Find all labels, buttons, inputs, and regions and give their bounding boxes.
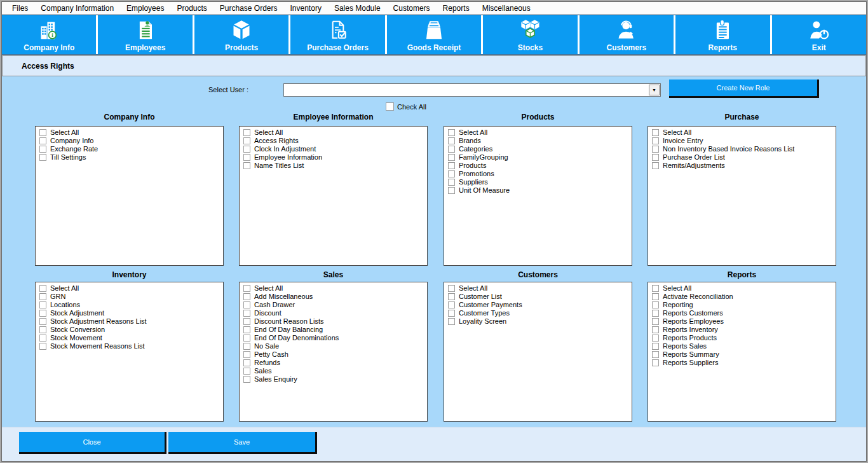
checkbox[interactable]: [652, 351, 659, 358]
checkbox-item-products[interactable]: Products: [444, 162, 632, 170]
checkbox[interactable]: [448, 162, 455, 169]
select-user-combobox[interactable]: ▼: [283, 83, 661, 97]
toolbar-button-products[interactable]: Products: [194, 15, 288, 54]
checkbox-item-loyality-screen[interactable]: Loyality Screen: [444, 317, 632, 326]
checkbox[interactable]: [39, 343, 46, 350]
checkbox[interactable]: [652, 146, 659, 153]
checkbox[interactable]: [39, 335, 46, 342]
checkbox-item-add-miscellaneous[interactable]: Add Miscellaneous: [240, 293, 427, 301]
checkbox[interactable]: [243, 162, 250, 169]
checkbox[interactable]: [448, 137, 455, 144]
checkbox-item-remits-adjustments[interactable]: Remits/Adjustments: [648, 162, 836, 170]
checkbox-item-select-all[interactable]: Select All: [36, 128, 223, 137]
checkbox-item-select-all[interactable]: Select All: [444, 128, 632, 137]
checkbox[interactable]: [39, 293, 46, 300]
checkbox-item-stock-movement-reasons-list[interactable]: Stock Movement Reasons List: [36, 342, 223, 350]
checkbox[interactable]: [243, 285, 250, 292]
checkbox[interactable]: [39, 326, 46, 333]
checkbox-item-discount-reason-lists[interactable]: Discount Reason Lists: [240, 317, 427, 326]
checkbox-item-reports-employees[interactable]: Reports Employees: [648, 317, 836, 326]
checkbox[interactable]: [243, 318, 250, 325]
checkbox-item-reports-products[interactable]: Reports Products: [648, 334, 836, 342]
menu-item-miscellaneous[interactable]: Miscellaneous: [476, 3, 537, 14]
checkbox[interactable]: [243, 293, 250, 300]
checkbox-item-non-inventory-based-invoice-reasons-list[interactable]: Non Inventory Based Invoice Reasons List: [648, 145, 836, 153]
checkbox-item-name-titles-list[interactable]: Name Titles List: [240, 162, 427, 170]
checkbox[interactable]: [243, 376, 250, 383]
checkbox[interactable]: [243, 137, 250, 144]
checkbox-item-invoice-entry[interactable]: Invoice Entry: [648, 137, 836, 145]
checkbox-item-customer-types[interactable]: Customer Types: [444, 309, 632, 317]
checkbox-item-till-settings[interactable]: Till Settings: [36, 153, 223, 162]
checkbox-item-stock-adjustment-reasons-list[interactable]: Stock Adjustment Reasons List: [36, 317, 223, 326]
checkbox[interactable]: [448, 179, 455, 186]
menu-item-inventory[interactable]: Inventory: [284, 3, 328, 14]
checkbox-item-reports-sales[interactable]: Reports Sales: [648, 342, 836, 350]
menu-item-sales-module[interactable]: Sales Module: [328, 3, 387, 14]
checkbox[interactable]: [39, 129, 46, 136]
checkbox[interactable]: [652, 285, 659, 292]
checkbox-item-familygrouping[interactable]: FamilyGrouping: [444, 153, 632, 162]
checkbox-item-reports-suppliers[interactable]: Reports Suppliers: [648, 359, 836, 367]
checkbox-item-categories[interactable]: Categories: [444, 145, 632, 153]
checkbox[interactable]: [448, 310, 455, 317]
menu-item-products[interactable]: Products: [170, 3, 213, 14]
checkbox[interactable]: [243, 359, 250, 366]
checkbox[interactable]: [243, 129, 250, 136]
checkbox-item-reporting[interactable]: Reporting: [648, 301, 836, 309]
checkbox[interactable]: [448, 293, 455, 300]
checkbox[interactable]: [652, 301, 659, 308]
checkbox[interactable]: [243, 146, 250, 153]
toolbar-button-employees[interactable]: Employees: [98, 15, 192, 54]
checkbox[interactable]: [39, 154, 46, 161]
checkbox-item-end-of-day-balancing[interactable]: End Of Day Balancing: [240, 326, 427, 334]
checkbox[interactable]: [652, 310, 659, 317]
checkbox-item-brands[interactable]: Brands: [444, 137, 632, 145]
checkbox[interactable]: [39, 310, 46, 317]
toolbar-button-stocks[interactable]: Stocks: [483, 15, 577, 54]
checkbox-item-select-all[interactable]: Select All: [648, 128, 836, 137]
checkbox-item-employee-information[interactable]: Employee Information: [240, 153, 427, 162]
checkbox-item-customer-list[interactable]: Customer List: [444, 293, 632, 301]
checkbox[interactable]: [652, 318, 659, 325]
checkbox-item-stock-conversion[interactable]: Stock Conversion: [36, 326, 223, 334]
checkbox[interactable]: [652, 359, 659, 366]
create-new-role-button[interactable]: Create New Role: [669, 79, 819, 98]
checkbox-item-activate-reconciliation[interactable]: Activate Reconciliation: [648, 293, 836, 301]
checkbox-item-sales[interactable]: Sales: [240, 367, 427, 375]
close-button[interactable]: Close: [19, 432, 166, 454]
checkbox-item-suppliers[interactable]: Suppliers: [444, 178, 632, 186]
checkbox[interactable]: [243, 335, 250, 342]
checkbox[interactable]: [448, 146, 455, 153]
toolbar-button-exit[interactable]: Exit: [772, 15, 866, 54]
checkbox[interactable]: [243, 301, 250, 308]
checkbox-item-stock-movement[interactable]: Stock Movement: [36, 334, 223, 342]
checkbox[interactable]: [39, 318, 46, 325]
checkbox-item-sales-enquiry[interactable]: Sales Enquiry: [240, 375, 427, 384]
toolbar-button-customers[interactable]: Customers: [580, 15, 674, 54]
menu-item-employees[interactable]: Employees: [120, 3, 170, 14]
menu-item-company-information[interactable]: Company Information: [34, 3, 120, 14]
checkbox-item-exchange-rate[interactable]: Exchange Rate: [36, 145, 223, 153]
checkbox-item-select-all[interactable]: Select All: [240, 128, 427, 137]
checkbox-item-locations[interactable]: Locations: [36, 301, 223, 309]
checkbox-item-reports-customers[interactable]: Reports Customers: [648, 309, 836, 317]
checkbox[interactable]: [243, 351, 250, 358]
checkbox[interactable]: [652, 343, 659, 350]
checkbox-item-company-info[interactable]: Company Info: [36, 137, 223, 145]
checkbox-item-stock-adjustment[interactable]: Stock Adjustment: [36, 309, 223, 317]
checkbox[interactable]: [448, 301, 455, 308]
menu-item-files[interactable]: Files: [6, 3, 34, 14]
checkbox[interactable]: [39, 137, 46, 144]
checkbox[interactable]: [652, 137, 659, 144]
checkbox[interactable]: [39, 301, 46, 308]
checkbox[interactable]: [39, 285, 46, 292]
checkbox[interactable]: [448, 285, 455, 292]
checkbox-item-petty-cash[interactable]: Petty Cash: [240, 350, 427, 359]
checkbox-item-grn[interactable]: GRN: [36, 293, 223, 301]
checkbox-item-clock-in-adjustment[interactable]: Clock In Adjustment: [240, 145, 427, 153]
toolbar-button-purchase-orders[interactable]: Purchase Orders: [290, 15, 384, 54]
checkbox[interactable]: [652, 293, 659, 300]
checkbox[interactable]: [243, 343, 250, 350]
checkbox[interactable]: [652, 154, 659, 161]
